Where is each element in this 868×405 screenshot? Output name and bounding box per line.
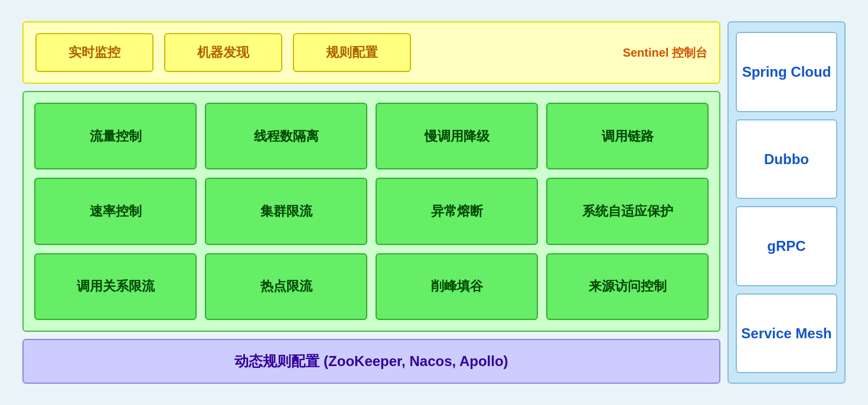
- feature-6: 异常熔断: [376, 178, 538, 244]
- dynamic-label: 动态规则配置 (ZooKeeper, Nacos, Apollo): [234, 352, 508, 371]
- feature-11: 来源访问控制: [546, 253, 709, 320]
- main-panel: 实时监控 机器发现 规则配置 Sentinel 控制台 流量控制 线程数隔离 慢…: [22, 21, 720, 384]
- feature-10: 削峰填谷: [376, 253, 538, 320]
- feature-2: 慢调用降级: [376, 103, 538, 169]
- outer-container: 实时监控 机器发现 规则配置 Sentinel 控制台 流量控制 线程数隔离 慢…: [12, 11, 856, 394]
- sentinel-boxes: 实时监控 机器发现 规则配置: [35, 33, 612, 72]
- feature-5: 集群限流: [205, 178, 367, 244]
- sidebar-item-grpc: gRPC: [736, 206, 837, 286]
- sidebar-item-dubbo: Dubbo: [736, 119, 837, 200]
- feature-8: 调用关系限流: [34, 253, 197, 320]
- feature-7: 系统自适应保护: [546, 178, 709, 244]
- dynamic-section: 动态规则配置 (ZooKeeper, Nacos, Apollo): [22, 339, 720, 384]
- sentinel-box-3: 规则配置: [293, 33, 411, 72]
- sidebar-item-service-mesh: Service Mesh: [736, 293, 837, 374]
- feature-9: 热点限流: [205, 253, 367, 320]
- feature-4: 速率控制: [34, 178, 197, 244]
- feature-3: 调用链路: [546, 103, 709, 169]
- feature-1: 线程数隔离: [205, 103, 367, 169]
- sentinel-label: Sentinel 控制台: [623, 45, 707, 61]
- sentinel-section: 实时监控 机器发现 规则配置 Sentinel 控制台: [22, 21, 720, 84]
- feature-0: 流量控制: [34, 103, 197, 169]
- right-sidebar: Spring Cloud Dubbo gRPC Service Mesh: [727, 21, 846, 384]
- sidebar-item-spring-cloud: Spring Cloud: [736, 32, 837, 112]
- sentinel-box-1: 实时监控: [35, 33, 154, 72]
- sentinel-box-2: 机器发现: [164, 33, 282, 72]
- features-section: 流量控制 线程数隔离 慢调用降级 调用链路 速率控制 集群限流 异常熔断 系统自…: [22, 91, 720, 332]
